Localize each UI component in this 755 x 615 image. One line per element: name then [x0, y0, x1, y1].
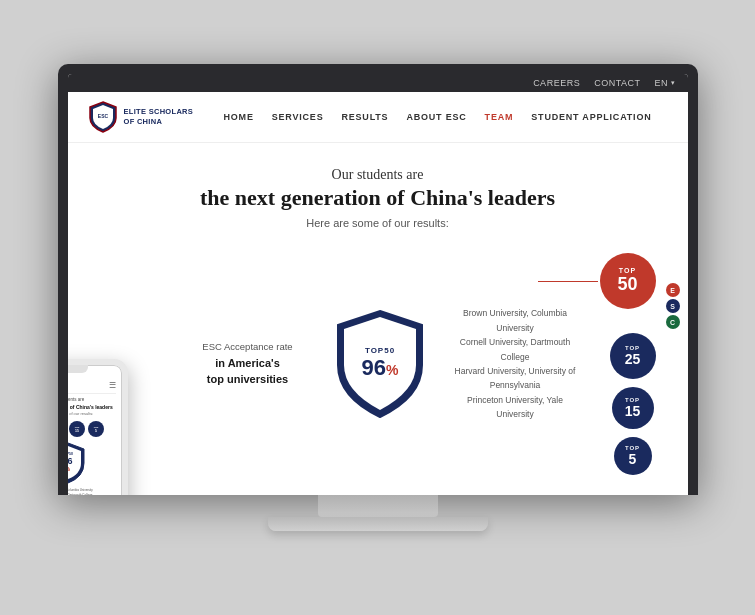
nav-application[interactable]: STUDENT APPLICATION — [531, 112, 651, 122]
logo-icon: ESC — [88, 100, 118, 134]
logo-text: ELITE SCHOLARS OF CHINA — [124, 107, 194, 127]
careers-link[interactable]: CAREERS — [533, 78, 580, 88]
university-item: Cornell University, Dartmouth College — [453, 335, 578, 364]
phone-mockup: Elite Scholars of China ☰ Our students a… — [68, 359, 128, 495]
phone-bubbles: TOP50 TOP25 TOP15 TOP5 — [68, 421, 116, 437]
main-nav: HOME SERVICES RESULTS ABOUT ESC TEAM STU… — [208, 112, 668, 122]
svg-text:ESC: ESC — [97, 113, 108, 119]
phone-shield-area: TOP50 96 % — [68, 441, 116, 485]
phone-body: Elite Scholars of China ☰ Our students a… — [68, 359, 128, 495]
bubble-top25: TOP 25 — [610, 333, 656, 379]
phone-bubble-15: TOP15 — [69, 421, 85, 437]
phone-screen: Elite Scholars of China ☰ Our students a… — [68, 377, 122, 495]
monitor-base — [268, 517, 488, 531]
bubble-top5: TOP 5 — [614, 437, 652, 475]
letter-c: C — [666, 315, 680, 329]
side-letters: E S C — [666, 283, 680, 329]
letter-e: E — [666, 283, 680, 297]
acceptance-text: ESC Acceptance rate in America'stop univ… — [178, 340, 318, 387]
bubble-top50: TOP 50 — [600, 253, 656, 309]
nav-results[interactable]: RESULTS — [341, 112, 388, 122]
hero-title: the next generation of China's leaders — [88, 185, 668, 211]
acceptance-bold: in America'stop universities — [178, 355, 318, 388]
utility-bar: CAREERS CONTACT EN ▾ — [68, 74, 688, 92]
bubbles-col: TOP 25 TOP 15 TOP 5 — [608, 333, 658, 475]
nav-services[interactable]: SERVICES — [272, 112, 324, 122]
phone-notch — [68, 365, 88, 373]
nav-home[interactable]: HOME — [223, 112, 253, 122]
bubbles-wrapper: TOP 50 TOP 25 TOP 15 — [598, 253, 658, 475]
nav-team[interactable]: TEAM — [485, 112, 514, 122]
nav-bar: ESC ELITE SCHOLARS OF CHINA HOME SERVICE… — [68, 92, 688, 143]
letter-s: S — [666, 299, 680, 313]
hamburger-icon: ☰ — [109, 381, 116, 390]
results-section: Elite Scholars of China ☰ Our students a… — [68, 253, 688, 495]
phone-hero: Our students are the next generation of … — [68, 397, 116, 417]
contact-link[interactable]: CONTACT — [594, 78, 640, 88]
monitor-stand — [318, 495, 438, 517]
phone-bubble-5: TOP5 — [88, 421, 104, 437]
shield-text: TOP50 96% — [362, 346, 399, 381]
hero-subtitle: Our students are — [88, 167, 668, 183]
university-item: Brown University, Columbia University — [453, 306, 578, 335]
top50-area: TOP 50 — [598, 253, 658, 333]
logo-area: ESC ELITE SCHOLARS OF CHINA — [88, 100, 208, 134]
university-item: Harvard University, University of Pennsy… — [453, 364, 578, 393]
monitor-body: CAREERS CONTACT EN ▾ ESC — [58, 64, 698, 495]
phone-universities: Brown University, Columbia University Co… — [68, 488, 116, 495]
phone-shield-text: TOP50 96 % — [68, 452, 74, 472]
acceptance-label: ESC Acceptance rate — [178, 340, 318, 354]
shield-container: TOP50 96% — [318, 307, 443, 422]
hero-section: Our students are the next generation of … — [68, 143, 688, 253]
hero-desc: Here are some of our results: — [88, 217, 668, 229]
phone-nav: Elite Scholars of China ☰ — [68, 377, 116, 394]
monitor-wrap: CAREERS CONTACT EN ▾ ESC — [58, 64, 698, 531]
connector-line — [538, 281, 598, 282]
shield-badge: TOP50 96% — [330, 307, 430, 422]
monitor-screen: CAREERS CONTACT EN ▾ ESC — [68, 74, 688, 495]
universities-list: Brown University, Columbia University Co… — [443, 306, 578, 422]
university-item: Princeton University, Yale University — [453, 393, 578, 422]
nav-about[interactable]: ABOUT ESC — [406, 112, 466, 122]
language-selector[interactable]: EN ▾ — [654, 78, 675, 88]
bubble-top15: TOP 15 — [612, 387, 654, 429]
chevron-down-icon: ▾ — [671, 79, 676, 87]
